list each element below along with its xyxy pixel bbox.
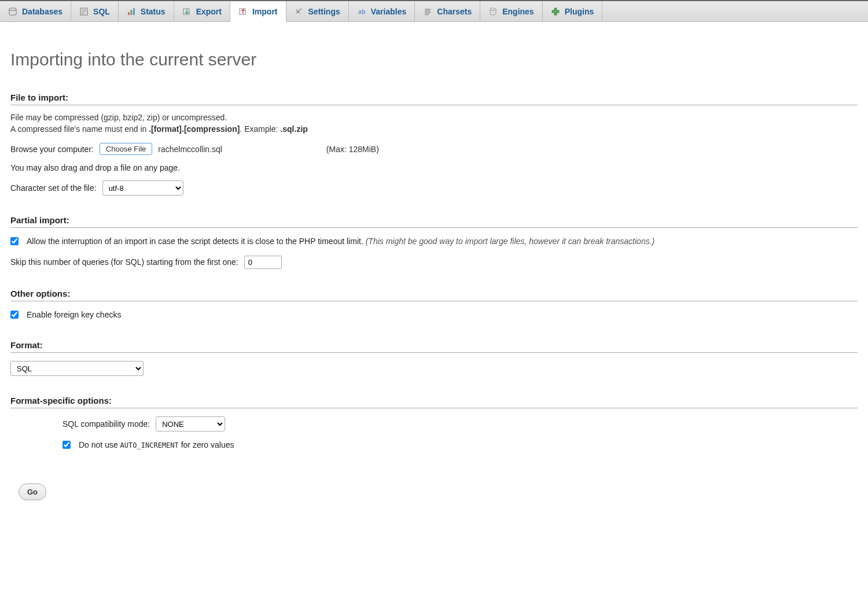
drag-note: You may also drag and drop a file on any… bbox=[10, 163, 858, 172]
tab-label: Engines bbox=[502, 7, 534, 16]
format-specific-title: Format-specific options: bbox=[10, 396, 858, 408]
import-icon bbox=[238, 7, 248, 16]
compat-row: SQL compatibility mode: NONE bbox=[62, 416, 858, 431]
tab-export[interactable]: Export bbox=[174, 1, 230, 21]
format-row: SQL bbox=[10, 361, 858, 376]
svg-rect-3 bbox=[130, 10, 132, 15]
fk-row: Enable foreign key checks bbox=[10, 309, 858, 321]
allow-interrupt-label: Allow the interruption of an import in c… bbox=[27, 236, 654, 248]
allow-interrupt-checkbox[interactable] bbox=[10, 237, 19, 245]
tab-status[interactable]: Status bbox=[119, 1, 174, 21]
other-options-title: Other options: bbox=[10, 289, 858, 301]
auto-inc-row: Do not use AUTO_INCREMENT for zero value… bbox=[62, 440, 858, 451]
engines-icon bbox=[488, 7, 498, 16]
file-import-title: File to import: bbox=[10, 93, 858, 105]
page-title: Importing into the current server bbox=[10, 50, 858, 69]
skip-row: Skip this number of queries (for SQL) st… bbox=[10, 256, 858, 269]
format-specific-section: Format-specific options: SQL compatibili… bbox=[10, 396, 858, 451]
skip-input[interactable] bbox=[244, 256, 282, 269]
charset-select[interactable]: utf-8 bbox=[102, 180, 183, 195]
svg-rect-2 bbox=[128, 12, 130, 15]
auto-inc-checkbox[interactable] bbox=[62, 441, 71, 449]
tab-label: Status bbox=[141, 7, 165, 16]
browse-row: Browse your computer: Choose File rachel… bbox=[10, 143, 858, 155]
plugins-icon bbox=[551, 7, 560, 16]
databases-icon bbox=[8, 7, 17, 16]
tab-label: SQL bbox=[93, 7, 110, 16]
variables-icon: ab bbox=[357, 7, 366, 16]
svg-rect-4 bbox=[133, 8, 135, 15]
other-options-section: Other options: Enable foreign key checks bbox=[10, 289, 858, 321]
format-section: Format: SQL bbox=[10, 340, 858, 376]
format-title: Format: bbox=[10, 340, 858, 353]
top-tabs: Databases SQL Status Export Import Setti… bbox=[0, 0, 868, 22]
svg-point-7 bbox=[299, 8, 301, 10]
fk-label: Enable foreign key checks bbox=[27, 309, 121, 321]
tab-plugins[interactable]: Plugins bbox=[543, 1, 603, 21]
charset-row: Character set of the file: utf-8 bbox=[10, 180, 858, 195]
choose-file-button[interactable]: Choose File bbox=[100, 143, 152, 155]
svg-point-9 bbox=[490, 8, 496, 10]
format-select[interactable]: SQL bbox=[10, 361, 144, 376]
tab-settings[interactable]: Settings bbox=[286, 1, 349, 21]
charsets-icon bbox=[423, 7, 432, 16]
allow-interrupt-row: Allow the interruption of an import in c… bbox=[10, 236, 858, 248]
export-icon bbox=[182, 7, 192, 16]
tab-label: Plugins bbox=[565, 7, 594, 16]
status-icon bbox=[127, 7, 136, 16]
max-size-label: (Max: 128MiB) bbox=[326, 145, 379, 154]
partial-import-title: Partial import: bbox=[10, 215, 858, 228]
tab-sql[interactable]: SQL bbox=[71, 1, 119, 21]
compat-label: SQL compatibility mode: bbox=[62, 419, 150, 429]
skip-label: Skip this number of queries (for SQL) st… bbox=[10, 257, 238, 267]
charset-label: Character set of the file: bbox=[10, 183, 97, 193]
auto-inc-label: Do not use AUTO_INCREMENT for zero value… bbox=[79, 440, 234, 451]
tab-variables[interactable]: ab Variables bbox=[349, 1, 415, 21]
tab-label: Databases bbox=[22, 7, 62, 16]
sql-icon bbox=[79, 7, 89, 16]
tab-label: Import bbox=[252, 7, 278, 16]
compat-select[interactable]: NONE bbox=[156, 416, 225, 431]
fk-checkbox[interactable] bbox=[10, 311, 19, 319]
chosen-file-name: rachelmccollin.sql bbox=[158, 145, 222, 154]
tab-engines[interactable]: Engines bbox=[480, 1, 542, 21]
compression-note: File may be compressed (gzip, bzip2, zip… bbox=[10, 112, 858, 135]
tab-label: Charsets bbox=[437, 7, 472, 16]
svg-text:ab: ab bbox=[358, 8, 366, 15]
partial-import-section: Partial import: Allow the interruption o… bbox=[10, 215, 858, 269]
svg-point-0 bbox=[9, 8, 16, 10]
browse-label: Browse your computer: bbox=[10, 145, 94, 154]
tab-import[interactable]: Import bbox=[230, 1, 286, 22]
file-import-section: File to import: File may be compressed (… bbox=[10, 93, 858, 195]
go-button[interactable]: Go bbox=[19, 484, 46, 500]
settings-icon bbox=[295, 7, 304, 16]
tab-label: Variables bbox=[371, 7, 407, 16]
tab-charsets[interactable]: Charsets bbox=[415, 1, 480, 21]
tab-databases[interactable]: Databases bbox=[0, 1, 71, 21]
tab-label: Export bbox=[196, 7, 222, 16]
content-area: Importing into the current server File t… bbox=[0, 22, 868, 518]
tab-label: Settings bbox=[308, 7, 340, 16]
